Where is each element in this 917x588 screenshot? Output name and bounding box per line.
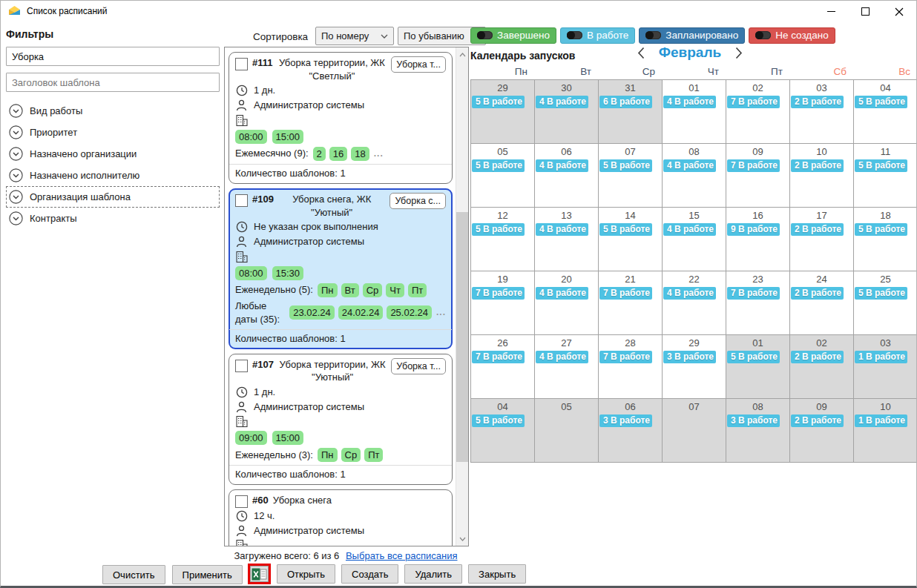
in-progress-badge: 2 В работе [791,96,844,108]
schedule-card[interactable]: #109 Уборка снега, ЖК "Уютный" Уборка с.… [229,188,453,349]
calendar-day-cell[interactable]: 17 2 В работе [790,208,854,271]
calendar-day-cell[interactable]: 31 6 В работе [599,80,663,144]
calendar-day-cell[interactable]: 01 5 В работе [726,335,790,399]
calendar-day-cell[interactable]: 09 7 В работе [726,144,790,208]
open-button[interactable]: Открыть [277,564,335,584]
green-badge: 15:30 [272,266,304,280]
card-assignee: Администратор системы [254,524,364,538]
in-progress-badge: 5 В работе [472,96,525,108]
scroll-down-icon[interactable] [456,532,468,545]
green-badge: Ср [341,448,361,462]
scroll-up-icon[interactable] [456,48,468,61]
calendar-day-cell[interactable]: 02 7 В работе [726,80,790,144]
calendar-day-cell[interactable]: 13 4 В работе [535,208,599,271]
calendar-day-cell[interactable]: 15 4 В работе [663,208,726,271]
calendar-day-cell[interactable]: 05 5 В работе [471,144,535,208]
calendar-day-cell[interactable]: 10 2 В работе [790,144,854,208]
calendar-day-cell[interactable]: 20 4 В работе [535,271,599,335]
delete-button[interactable]: Удалить [404,564,462,584]
in-progress-badge: 5 В работе [599,223,652,236]
legend-toggle-button[interactable]: Не создано [749,27,835,44]
calendar-day-cell[interactable]: 16 9 В работе [726,208,790,271]
green-badge: Пн [318,448,338,462]
calendar-day-cell[interactable]: 08 3 В работе [726,399,790,463]
sort-field-dropdown[interactable]: По номеру [315,27,394,45]
template-title-input[interactable] [6,73,220,92]
prev-month-button[interactable] [636,45,646,61]
apply-filters-button[interactable]: Применить [172,565,243,584]
in-progress-badge: 4 В работе [536,351,588,363]
calendar-day-cell[interactable]: 04 5 В работе [854,80,917,144]
schedule-card[interactable]: #111 Уборка территории, ЖК "Светлый" Убо… [229,52,453,184]
card-checkbox[interactable] [235,194,248,207]
close-list-button[interactable]: Закрыть [468,564,526,584]
calendar-day-cell[interactable]: 09 2 В работе [790,399,854,463]
work-type-search-input[interactable] [6,47,220,66]
schedule-card[interactable]: #107 Уборка территории, ЖК "Уютный" Убор… [229,354,453,486]
calendar-day-cell[interactable]: 03 1 В работе [854,335,917,399]
card-checkbox[interactable] [235,495,248,508]
calendar-day-cell[interactable]: 27 4 В работе [535,335,599,399]
calendar-day-cell[interactable]: 28 7 В работе [599,335,663,399]
card-tag-button[interactable]: Уборка т... [391,56,446,73]
next-month-button[interactable] [734,45,744,61]
calendar-day-cell[interactable]: 02 2 В работе [790,335,854,399]
calendar-day-cell[interactable]: 24 2 В работе [790,271,854,335]
select-all-link[interactable]: Выбрать все расписания [346,550,458,561]
filter-expander[interactable]: Назначено организации [6,143,220,165]
calendar-day-cell[interactable]: 25 5 В работе [854,271,917,335]
calendar-day-cell[interactable]: 10 1 В работе [854,399,917,463]
calendar-day-cell[interactable]: 18 5 В работе [854,208,917,271]
card-tag-button[interactable]: Уборка т... [391,358,446,374]
calendar-day-cell[interactable]: 08 4 В работе [663,144,726,208]
calendar-day-cell[interactable]: 14 5 В работе [599,208,663,271]
calendar-day-cell[interactable]: 12 5 В работе [471,208,535,271]
card-checkbox[interactable] [235,360,248,372]
card-tag-button[interactable]: Уборка с... [390,193,446,209]
legend-toggle-button[interactable]: В работе [560,27,635,44]
filter-expander[interactable]: Контракты [6,208,220,229]
card-checkbox[interactable] [235,58,248,70]
filter-expander[interactable]: Вид работы [6,100,220,122]
close-button[interactable] [882,1,916,22]
building-icon [235,114,248,127]
calendar-day-cell[interactable]: 21 7 В работе [599,271,663,335]
calendar-day-cell[interactable]: 07 [663,399,726,463]
calendar-date: 19 [471,274,534,285]
calendar-day-cell[interactable]: 06 3 В работе [599,399,663,463]
calendar-day-cell[interactable]: 19 7 В работе [471,271,535,335]
calendar-day-cell[interactable]: 03 2 В работе [790,80,854,144]
calendar-date: 28 [599,337,662,348]
calendar-day-cell[interactable]: 07 5 В работе [599,144,663,208]
filter-expander[interactable]: Организация шаблона [6,186,220,208]
minimize-button[interactable] [814,1,848,22]
filter-expander[interactable]: Приоритет [6,122,220,143]
filter-expander-label: Контракты [30,213,77,224]
schedule-card[interactable]: #60 Уборка снега 12 ч. Администратор сис… [229,489,453,546]
toggle-switch-icon [755,31,771,39]
calendar-day-cell[interactable]: 29 5 В работе [471,80,535,144]
calendar-day-cell[interactable]: 26 7 В работе [471,335,535,399]
clear-filters-button[interactable]: Очистить [102,565,165,584]
calendar-day-cell[interactable]: 22 4 В работе [663,271,726,335]
legend-toggle-button[interactable]: Завершено [470,27,556,44]
legend-toggle-button[interactable]: Запланировано [639,27,745,44]
filter-expander[interactable]: Назначено исполнителю [6,165,220,186]
list-scrollbar[interactable] [456,47,468,546]
calendar-day-cell[interactable]: 05 [535,399,599,463]
calendar-day-cell[interactable]: 23 7 В работе [726,271,790,335]
maximize-button[interactable] [848,1,882,22]
create-button[interactable]: Создать [341,564,398,584]
calendar-day-cell[interactable]: 29 3 В работе [663,335,726,399]
card-number: #111 [252,56,273,70]
calendar-day-cell[interactable]: 06 4 В работе [535,144,599,208]
scrollbar-thumb[interactable] [456,212,468,462]
calendar-day-cell[interactable]: 11 5 В работе [854,144,917,208]
calendar-day-cell[interactable]: 30 4 В работе [535,80,599,144]
calendar-day-cell[interactable]: 01 4 В работе [663,80,726,144]
in-progress-badge: 7 В работе [727,159,780,172]
card-separator [229,465,452,466]
sort-field-value: По номеру [321,30,369,42]
export-excel-button[interactable] [250,566,269,582]
calendar-day-cell[interactable]: 04 5 В работе [471,399,535,463]
